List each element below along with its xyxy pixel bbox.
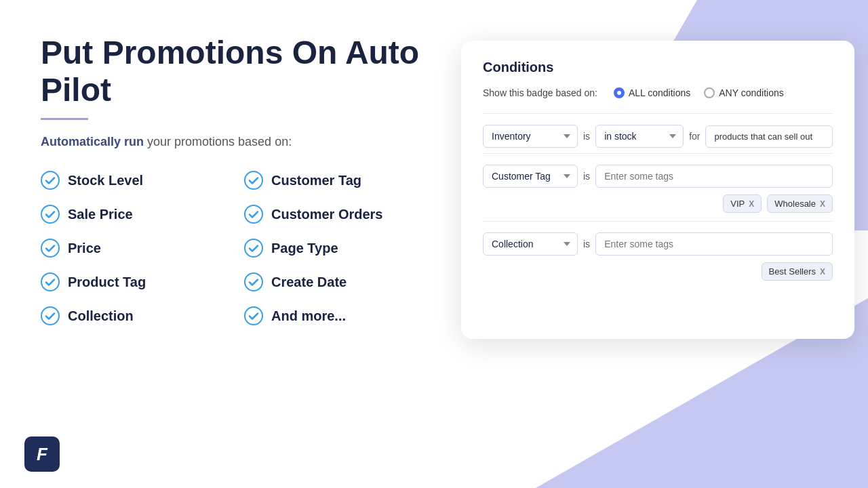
feature-item-product-tag: Product Tag — [41, 272, 231, 291]
collection-tags-row: Best Sellers X — [483, 256, 833, 283]
right-panel: Conditions Show this badge based on: ALL… — [461, 34, 854, 461]
feature-label: Stock Level — [68, 173, 143, 188]
tag-wholesale-remove[interactable]: X — [820, 199, 825, 209]
inventory-for-label: for — [689, 131, 700, 142]
feature-label: Customer Orders — [271, 207, 383, 222]
check-icon — [244, 205, 263, 224]
tag-wholesale: Wholesale X — [767, 195, 833, 213]
customer-tag-tags-row: VIP X Wholesale X — [483, 188, 833, 216]
feature-item-create-date: Create Date — [244, 272, 434, 291]
check-icon — [244, 171, 263, 190]
logo-letter: F — [37, 444, 47, 465]
tag-vip: VIP X — [723, 195, 762, 213]
inventory-is-label: is — [583, 131, 590, 142]
inventory-value-select[interactable]: in stock out of stock — [595, 125, 684, 148]
feature-label: Price — [68, 241, 101, 256]
check-icon — [41, 272, 60, 291]
condition-row-inventory: Inventory Customer Tag Collection Produc… — [483, 113, 833, 153]
tag-vip-remove[interactable]: X — [749, 199, 754, 209]
feature-item-page-type: Page Type — [244, 239, 434, 258]
title-divider — [41, 118, 88, 120]
radio-group: ALL conditions ANY conditions — [614, 87, 784, 98]
feature-item-customer-orders: Customer Orders — [244, 205, 434, 224]
tag-best-sellers-label: Best Sellers — [769, 266, 816, 277]
subtitle: Automatically run your promotions based … — [41, 135, 434, 149]
left-panel: Put Promotions On Auto Pilot Automatical… — [41, 34, 434, 461]
feature-label: Collection — [68, 308, 134, 324]
subtitle-bold: Automatically run — [41, 135, 144, 148]
conditions-card: Conditions Show this badge based on: ALL… — [461, 41, 854, 339]
show-label: Show this badge based on: — [483, 87, 597, 98]
check-icon — [244, 239, 263, 258]
collection-type-select[interactable]: Collection Inventory Customer Tag Produc… — [483, 232, 578, 256]
main-title: Put Promotions On Auto Pilot — [41, 34, 434, 108]
radio-all-label: ALL conditions — [629, 87, 690, 98]
feature-label: Customer Tag — [271, 173, 361, 188]
radio-any[interactable]: ANY conditions — [704, 87, 783, 98]
card-title: Conditions — [483, 60, 833, 75]
tag-vip-label: VIP — [730, 199, 745, 209]
feature-label: Sale Price — [68, 207, 133, 222]
feature-label: Create Date — [271, 274, 347, 290]
check-icon — [41, 205, 60, 224]
inventory-type-select[interactable]: Inventory Customer Tag Collection Produc… — [483, 125, 578, 148]
check-icon — [41, 239, 60, 258]
conditions-header: Show this badge based on: ALL conditions… — [483, 87, 833, 98]
subtitle-rest: your promotions based on: — [144, 135, 292, 148]
feature-item-customer-tag: Customer Tag — [244, 171, 434, 190]
tag-wholesale-label: Wholesale — [774, 199, 816, 209]
radio-all[interactable]: ALL conditions — [614, 87, 690, 98]
feature-item-collection: Collection — [41, 306, 231, 325]
features-grid: Stock Level Customer Tag Sale Price — [41, 171, 434, 325]
radio-all-dot — [614, 87, 625, 98]
feature-item-and-more...: And more... — [244, 306, 434, 325]
radio-any-label: ANY conditions — [719, 87, 783, 98]
collection-is-label: is — [583, 239, 590, 249]
tag-best-sellers: Best Sellers X — [762, 262, 833, 281]
tag-best-sellers-remove[interactable]: X — [820, 267, 825, 277]
condition-row-customer-tag: Customer Tag Inventory Collection Produc… — [483, 153, 833, 221]
condition-row-collection: Collection Inventory Customer Tag Produc… — [483, 221, 833, 289]
logo-box: F — [24, 436, 60, 472]
check-icon — [244, 272, 263, 291]
feature-item-stock-level: Stock Level — [41, 171, 231, 190]
customer-tag-type-select[interactable]: Customer Tag Inventory Collection Produc… — [483, 165, 578, 188]
feature-label: And more... — [271, 308, 346, 324]
feature-label: Page Type — [271, 241, 338, 256]
feature-label: Product Tag — [68, 274, 146, 290]
feature-item-price: Price — [41, 239, 231, 258]
check-icon — [41, 171, 60, 190]
check-icon — [244, 306, 263, 325]
radio-any-dot — [704, 87, 715, 98]
collection-tag-input[interactable] — [595, 232, 833, 256]
feature-item-sale-price: Sale Price — [41, 205, 231, 224]
check-icon — [41, 306, 60, 325]
customer-tag-input[interactable] — [595, 165, 833, 188]
inventory-for-input[interactable] — [705, 125, 833, 148]
customer-tag-is-label: is — [583, 171, 590, 182]
